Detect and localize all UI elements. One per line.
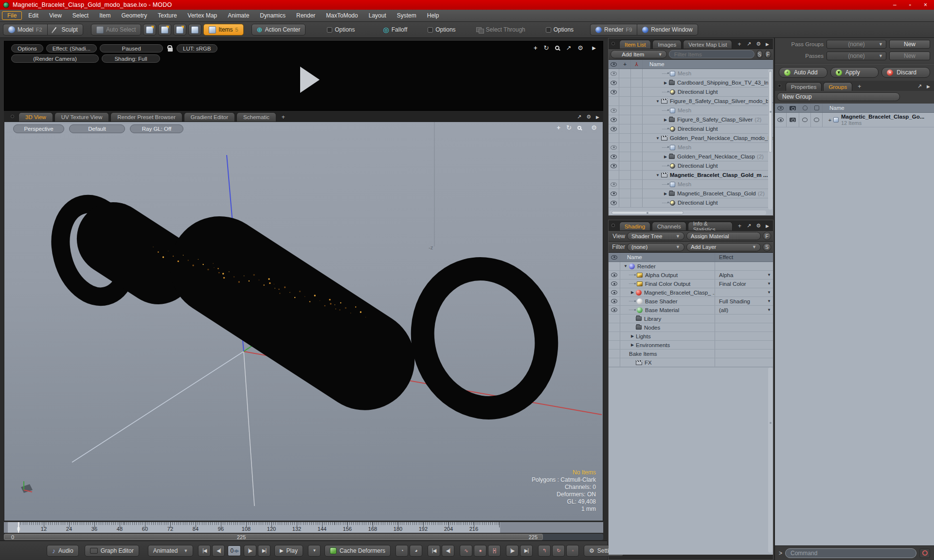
group-visibility-eye-icon[interactable]	[775, 104, 787, 112]
row-eye-cell[interactable]	[609, 341, 620, 349]
item-row-figure-8-safety-clasp-silver-modo-ba[interactable]: ▼Figure_8_Safety_Clasp_Silver_modo_ba...	[609, 97, 773, 106]
row-eye-cell[interactable]	[609, 115, 619, 124]
row-lock-cell[interactable]	[619, 69, 631, 78]
row-render-cell[interactable]	[631, 106, 643, 115]
group-render-camera-icon[interactable]	[787, 104, 799, 112]
auto-add-button[interactable]: + Auto Add	[779, 67, 827, 78]
row-lock-cell[interactable]	[619, 106, 631, 115]
row-eye-cell[interactable]	[609, 171, 619, 179]
group-row-eye-icon[interactable]	[775, 113, 787, 127]
shader-row-alpha-output[interactable]: Alpha OutputAlpha▼	[609, 271, 773, 280]
menu-texture[interactable]: Texture	[152, 11, 182, 20]
expander-icon[interactable]: ▶	[629, 334, 636, 338]
timeline-range-active[interactable]: 0 225 225	[4, 534, 543, 540]
shader-row-base-material[interactable]: Base Material(all)▼	[609, 306, 773, 315]
expander-icon[interactable]: ▼	[654, 99, 661, 104]
gear-icon[interactable]: ⚙	[577, 44, 583, 52]
add-tab-button[interactable]: +	[854, 83, 865, 91]
item-row-directional-light[interactable]: Directional Light	[609, 124, 773, 134]
item-row-directional-light[interactable]: Directional Light	[609, 88, 773, 97]
eye-icon[interactable]	[611, 108, 617, 113]
passes-new-button[interactable]: New	[889, 52, 930, 60]
eye-icon[interactable]	[611, 308, 617, 312]
group-expander-icon[interactable]: +	[826, 117, 833, 123]
current-frame-field[interactable]: 0 ◀▶	[228, 545, 241, 556]
render-preview[interactable]: Options Effect: (Shadi... Paused LUT: sR…	[4, 41, 603, 111]
row-eye-cell[interactable]	[609, 69, 619, 78]
effect-cell[interactable]: (all)▼	[715, 306, 773, 314]
expander-icon[interactable]: ▶	[662, 81, 669, 85]
tab-render-preset-browser[interactable]: Render Preset Browser	[110, 112, 182, 122]
add-tab-button[interactable]: +	[734, 41, 745, 49]
item-row-golden-pearl-necklace-clasp[interactable]: ▶Golden_Pearl_Necklace_Clasp(2)	[609, 152, 773, 161]
menu-maxtomodo[interactable]: MaxToModo	[321, 11, 363, 20]
item-row-directional-light[interactable]: Directional Light	[609, 161, 773, 171]
preview-options-button[interactable]: Options	[11, 44, 43, 52]
menu-render[interactable]: Render	[291, 11, 321, 20]
eye-icon[interactable]	[611, 273, 617, 277]
row-lock-cell[interactable]	[619, 198, 631, 207]
eye-icon[interactable]	[611, 155, 617, 159]
viewport-expand-icon[interactable]: ↗	[577, 114, 581, 120]
menu-animate[interactable]: Animate	[222, 11, 254, 20]
row-render-cell[interactable]	[631, 78, 643, 87]
tab-channels[interactable]: Channels	[652, 222, 686, 230]
playback-options-dropdown[interactable]: ▼	[308, 545, 321, 557]
panel-knob-icon[interactable]	[611, 224, 615, 227]
row-render-cell[interactable]	[631, 97, 643, 105]
eye-icon[interactable]	[611, 90, 617, 94]
row-render-cell[interactable]	[631, 143, 643, 152]
sidebar-expand-icon[interactable]: ↗	[917, 83, 922, 89]
shading-f-button[interactable]: F	[763, 232, 771, 240]
range-end-button[interactable]: ▶|	[520, 545, 533, 557]
viewport-pan-icon[interactable]: +	[557, 124, 561, 131]
menu-file[interactable]: File	[2, 11, 22, 20]
shader-tree-empty-area[interactable]	[609, 367, 773, 555]
eye-icon[interactable]	[611, 164, 617, 168]
shader-row-nodes[interactable]: Nodes	[609, 323, 773, 332]
effect-dropdown-arrow-icon[interactable]: ▼	[767, 290, 771, 295]
effect-dropdown-arrow-icon[interactable]: ▼	[767, 299, 771, 303]
polygons-mode-button[interactable]	[173, 24, 186, 35]
panel-knob-icon[interactable]	[778, 84, 781, 88]
falloff-button[interactable]: ◎ Falloff	[378, 24, 413, 35]
row-lock-cell[interactable]	[619, 143, 631, 152]
menu-view[interactable]: View	[44, 11, 67, 20]
shading-s-button[interactable]: S	[763, 243, 771, 251]
viewport-gear-icon[interactable]: ⚙	[586, 114, 591, 120]
tab-item-list[interactable]: Item List	[619, 40, 651, 49]
row-lock-cell[interactable]	[619, 171, 631, 179]
shader-row-base-shader[interactable]: Base ShaderFull Shading▼	[609, 297, 773, 306]
eye-icon[interactable]	[611, 145, 617, 150]
row-render-cell[interactable]	[631, 171, 643, 179]
range-prev-button[interactable]: ◀|	[442, 545, 454, 557]
row-eye-cell[interactable]	[609, 332, 620, 340]
row-eye-cell[interactable]	[609, 198, 619, 207]
maximize-button[interactable]: ▫	[909, 1, 911, 8]
tab-info-statistics[interactable]: Info & Statistics	[688, 222, 733, 230]
group-row-camera-icon[interactable]	[787, 113, 799, 127]
tab-images[interactable]: Images	[652, 40, 682, 49]
row-eye-cell[interactable]	[609, 306, 620, 314]
item-list-hscrollbar[interactable]	[610, 210, 766, 215]
expander-icon[interactable]: ▶	[662, 155, 669, 159]
item-row-golden-pearl-necklace-clasp-modo-ba[interactable]: ▼Golden_Pearl_Necklace_Clasp_modo_ba ...	[609, 134, 773, 143]
item-list-f-button[interactable]: F	[765, 50, 771, 58]
effect-cell[interactable]: Final Color▼	[715, 280, 773, 288]
graph-editor-button[interactable]: Graph Editor	[85, 545, 139, 557]
materials-mode-button[interactable]	[188, 24, 201, 35]
menu-layout[interactable]: Layout	[363, 11, 392, 20]
timeline-ruler[interactable]: 0122436486072849610812013214415616818019…	[4, 522, 603, 533]
effect-cell[interactable]	[715, 350, 773, 358]
item-list-gear-icon[interactable]: ⚙	[756, 41, 761, 47]
set-key-button[interactable]: [•]	[488, 545, 501, 557]
add-tab-button[interactable]: +	[278, 114, 289, 122]
row-eye-cell[interactable]	[609, 124, 619, 133]
timeline-range-bar[interactable]: 0 225 225	[4, 534, 603, 540]
model-button[interactable]: Model F2	[3, 24, 47, 35]
effect-cell[interactable]	[715, 323, 773, 332]
row-render-cell[interactable]	[631, 134, 643, 142]
falloff-options-button[interactable]: Options	[423, 24, 460, 35]
eye-icon[interactable]	[611, 201, 617, 205]
eye-icon[interactable]	[611, 127, 617, 131]
